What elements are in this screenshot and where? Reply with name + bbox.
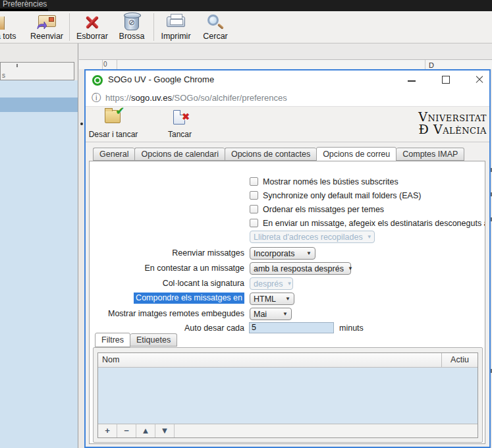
preferences-tabs: General Opcions de calendari Opcions de … [93,148,464,161]
remote-images-select[interactable]: Mai ▼ [250,308,292,320]
chevron-down-icon: ▼ [344,266,353,271]
checkbox-row[interactable]: Synchronize only default mail folders (E… [250,190,421,201]
checkbox-sort-by-threads[interactable] [250,205,258,213]
filters-table-actions: + − ▲ ▼ [98,424,478,437]
save-and-close-button[interactable]: Desar i tancar [87,108,140,141]
tab-contact-options[interactable]: Opcions de contactes [225,148,316,161]
date-column-header: D [429,61,434,69]
chevron-down-icon: ▼ [302,250,312,256]
delete-icon [85,15,99,30]
remove-filter-button[interactable]: − [117,424,136,437]
toolbar-separator [153,13,154,41]
pane-splitter[interactable] [78,43,78,448]
background-titlebar: Preferències [0,0,492,11]
print-icon [167,16,185,27]
tab-labels[interactable]: Etiquetes [130,333,177,347]
forward-button[interactable]: Reenviar [28,13,66,42]
mail-options-pane: Mostrar només les bústies subscrites Syn… [89,161,485,444]
attachment-column-icon: 0 [103,61,107,68]
move-down-button[interactable]: ▼ [155,424,175,437]
search-icon [207,14,219,26]
universitat-valencia-logo: Vniversitat Ɖ València [418,111,487,136]
chrome-popup-window: SOGo UV - Google Chrome ⓘ https://sogo.u… [84,69,491,448]
compose-format-label: Compondre els missatges en [90,293,244,302]
trash-icon [124,14,139,30]
sogo-favicon [92,75,103,86]
folder-list[interactable] [0,80,78,448]
autosave-minutes-input[interactable]: 5 [249,322,334,333]
save-and-close-icon [105,110,121,123]
preferences-toolbar: Desar i tancar Tancar Vniversitat Ɖ Valè… [86,107,489,142]
chevron-down-icon: ▼ [283,281,292,287]
add-filter-button[interactable]: + [98,424,117,437]
compose-format-select[interactable]: HTML ▼ [250,293,294,305]
signature-placement-label: Col·locant la signatura [90,279,244,288]
signature-placement-select: després ▼ [250,277,293,290]
checkbox-row[interactable]: Mostrar només les bústies subscrites [250,176,398,187]
background-title: Preferències [3,0,47,9]
checkbox-add-unknown-recipients[interactable] [250,219,258,227]
checkbox-subscribed-only[interactable] [250,177,258,186]
selected-folder-row[interactable] [0,98,78,112]
chevron-down-icon: ▼ [281,296,290,302]
search-button[interactable]: Cercar [198,13,233,42]
column-header-active[interactable]: Actiu [441,353,478,368]
chevron-down-icon: ▼ [279,311,288,317]
tab-general[interactable]: General [93,148,134,161]
sidebar-header-box: s [0,62,74,80]
autosave-label: Auto desar cada [90,323,244,333]
mail-toolbar: e a tots Reenviar Esborrar Brossa Imprim… [0,11,492,43]
checkbox-row[interactable]: Ordenar els missatges per temes [250,204,384,215]
window-titlebar[interactable]: SOGo UV - Google Chrome [86,70,489,90]
checkbox-row[interactable]: En enviar un missatge, afegeix els desti… [250,217,485,229]
url-text: https://sogo.uv.es/SOGo/so/alchifer/pref… [105,93,287,103]
cancel-icon [173,110,185,125]
message-list-header: 0 D [79,59,492,69]
tab-filters[interactable]: Filtres [95,333,130,347]
chevron-down-icon: ▼ [363,234,372,240]
remote-images-label: Mostrar imatges remotes embegudes [90,309,244,318]
splitter-handle [80,123,83,125]
tab-mail-options[interactable]: Opcions de correu [316,147,396,161]
filters-table-header: Nom Actiu [98,353,478,368]
close-button[interactable] [469,70,489,88]
cancel-button[interactable]: Tancar [162,108,198,141]
forward-messages-select[interactable]: Incorporats ▼ [250,247,315,260]
junk-button[interactable]: Brossa [113,13,151,42]
move-up-button[interactable]: ▲ [136,424,155,437]
minimize-button[interactable] [402,70,422,88]
forward-arrow-icon [36,21,47,30]
page-info-icon[interactable]: ⓘ [92,92,101,104]
url-bar[interactable]: ⓘ https://sogo.uv.es/SOGo/so/alchifer/pr… [86,90,489,107]
checkbox-sync-default-folders[interactable] [250,191,258,200]
print-button[interactable]: Imprimir [157,13,195,42]
addressbook-select: Llibreta d'adreces recopilades ▼ [250,231,375,243]
reply-placement-label: En contestar a un missatge [90,264,244,273]
forward-messages-label: Reenviar missatges [90,248,244,258]
toolbar-separator [69,13,70,41]
window-title: SOGo UV - Google Chrome [108,74,214,84]
autosave-suffix: minuts [339,323,364,333]
reply-all-icon [0,16,5,30]
filters-table-body[interactable] [98,368,478,424]
column-header-name[interactable]: Nom [102,355,119,364]
filters-fieldset: Nom Actiu + − ▲ ▼ [93,347,483,443]
tab-imap-accounts[interactable]: Comptes IMAP [396,148,464,161]
filters-table: Nom Actiu + − ▲ ▼ [97,352,478,438]
folder-sidebar: s [0,43,78,448]
delete-button[interactable]: Esborrar [73,13,111,42]
screen: Preferències e a tots Reenviar Esborrar … [0,0,492,448]
maximize-button[interactable] [436,70,456,88]
reply-all-button[interactable]: e a tots [0,13,26,42]
reply-placement-select[interactable]: amb la resposta després ▼ [250,262,351,275]
filters-tabs: Filtres Etiquetes [95,333,177,347]
tab-calendar-options[interactable]: Opcions de calendari [134,148,224,161]
